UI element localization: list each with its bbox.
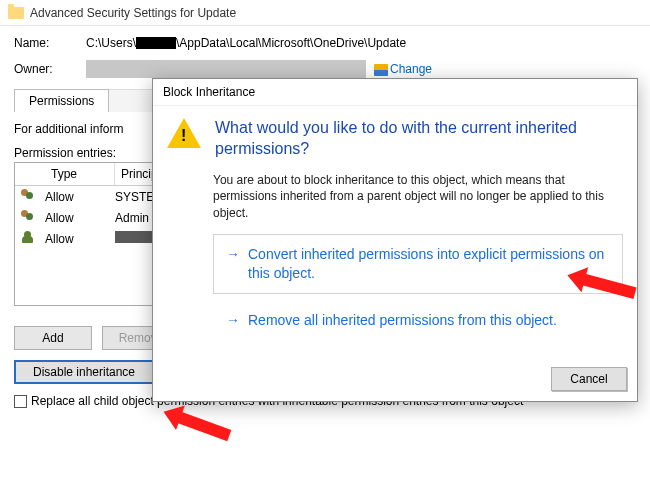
owner-row: Owner: Change <box>14 60 636 78</box>
window-title: Advanced Security Settings for Update <box>30 6 236 20</box>
cell-type: Allow <box>45 190 115 204</box>
folder-icon <box>8 7 24 19</box>
group-icon <box>21 210 37 222</box>
disable-inheritance-button[interactable]: Disable inheritance <box>14 360 154 384</box>
arrow-right-icon: → <box>226 313 240 330</box>
owner-label: Owner: <box>14 62 86 76</box>
group-icon <box>21 189 37 201</box>
owner-value-redacted <box>86 60 366 78</box>
change-owner-link[interactable]: Change <box>374 62 432 76</box>
user-icon <box>21 231 37 243</box>
name-row: Name: C:\Users\\AppData\Local\Microsoft\… <box>14 36 636 50</box>
block-inheritance-dialog: Block Inheritance ! What would you like … <box>152 78 638 402</box>
shield-icon <box>374 64 388 76</box>
checkbox-icon[interactable] <box>14 395 27 408</box>
arrow-right-icon: → <box>226 247 240 283</box>
dialog-title: Block Inheritance <box>153 79 637 106</box>
option-convert[interactable]: → Convert inherited permissions into exp… <box>213 234 623 294</box>
tab-permissions[interactable]: Permissions <box>14 89 109 112</box>
option-remove[interactable]: → Remove all inherited permissions from … <box>213 300 623 341</box>
name-label: Name: <box>14 36 86 50</box>
col-icon <box>15 163 45 185</box>
dialog-description: You are about to block inheritance to th… <box>213 172 623 222</box>
warning-icon: ! <box>167 118 201 148</box>
option-convert-label: Convert inherited permissions into expli… <box>248 245 610 283</box>
window-titlebar: Advanced Security Settings for Update <box>0 0 650 26</box>
cancel-button[interactable]: Cancel <box>551 367 627 391</box>
cell-type: Allow <box>45 232 115 246</box>
redacted-user <box>136 37 176 49</box>
path-post: \AppData\Local\Microsoft\OneDrive\Update <box>176 36 406 50</box>
cell-type: Allow <box>45 211 115 225</box>
dialog-question: What would you like to do with the curre… <box>215 118 623 160</box>
col-type[interactable]: Type <box>45 163 115 185</box>
path-pre: C:\Users\ <box>86 36 136 50</box>
path-value: C:\Users\\AppData\Local\Microsoft\OneDri… <box>86 36 406 50</box>
add-button[interactable]: Add <box>14 326 92 350</box>
change-owner-label: Change <box>390 62 432 76</box>
option-remove-label: Remove all inherited permissions from th… <box>248 311 557 330</box>
